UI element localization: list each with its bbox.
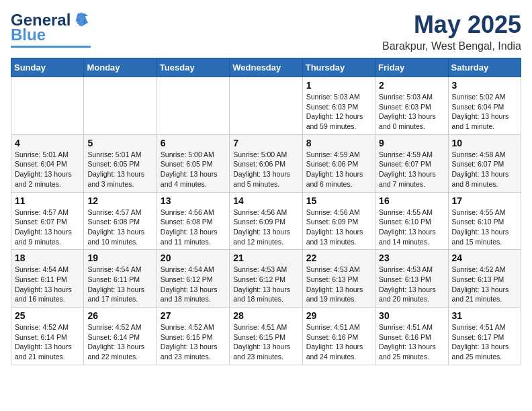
- header-sunday: Sunday: [11, 58, 84, 77]
- day-info: Sunrise: 5:03 AMSunset: 6:03 PMDaylight:…: [379, 92, 444, 132]
- logo-underline: [11, 46, 91, 48]
- day-number: 29: [306, 310, 371, 321]
- header-saturday: Saturday: [448, 58, 521, 77]
- month-title: May 2025: [382, 11, 521, 39]
- day-info: Sunrise: 4:52 AMSunset: 6:14 PMDaylight:…: [15, 322, 80, 362]
- calendar-cell: 27Sunrise: 4:52 AMSunset: 6:15 PMDayligh…: [157, 308, 229, 365]
- day-number: 4: [15, 138, 80, 148]
- calendar-cell: 20Sunrise: 4:54 AMSunset: 6:12 PMDayligh…: [157, 250, 229, 308]
- calendar-cell: 5Sunrise: 5:01 AMSunset: 6:05 PMDaylight…: [84, 134, 157, 192]
- day-info: Sunrise: 5:00 AMSunset: 6:05 PMDaylight:…: [161, 150, 226, 189]
- calendar-week-2: 4Sunrise: 5:01 AMSunset: 6:04 PMDaylight…: [11, 134, 521, 192]
- calendar-cell: 6Sunrise: 5:00 AMSunset: 6:05 PMDaylight…: [157, 134, 229, 192]
- day-info: Sunrise: 5:02 AMSunset: 6:04 PMDaylight:…: [452, 92, 517, 132]
- day-number: 24: [452, 253, 517, 263]
- calendar-cell: 7Sunrise: 5:00 AMSunset: 6:06 PMDaylight…: [230, 134, 302, 192]
- calendar-cell: 29Sunrise: 4:51 AMSunset: 6:16 PMDayligh…: [302, 308, 375, 365]
- day-info: Sunrise: 4:51 AMSunset: 6:15 PMDaylight:…: [233, 322, 298, 362]
- day-info: Sunrise: 4:59 AMSunset: 6:06 PMDaylight:…: [306, 150, 371, 189]
- day-number: 5: [87, 138, 152, 148]
- day-number: 23: [379, 253, 444, 263]
- calendar-week-4: 18Sunrise: 4:54 AMSunset: 6:11 PMDayligh…: [11, 250, 521, 308]
- calendar-cell: 12Sunrise: 4:57 AMSunset: 6:08 PMDayligh…: [84, 192, 157, 250]
- day-number: 11: [15, 195, 80, 206]
- day-number: 10: [452, 138, 517, 148]
- day-number: 17: [452, 195, 517, 206]
- header-friday: Friday: [375, 58, 448, 77]
- day-number: 19: [87, 253, 152, 263]
- day-info: Sunrise: 4:57 AMSunset: 6:08 PMDaylight:…: [87, 208, 152, 247]
- day-info: Sunrise: 5:01 AMSunset: 6:05 PMDaylight:…: [87, 150, 152, 189]
- logo-blue: Blue: [11, 26, 46, 44]
- calendar-cell: 23Sunrise: 4:53 AMSunset: 6:13 PMDayligh…: [375, 250, 448, 308]
- calendar-cell: 26Sunrise: 4:52 AMSunset: 6:14 PMDayligh…: [84, 308, 157, 365]
- calendar-cell: 16Sunrise: 4:55 AMSunset: 6:10 PMDayligh…: [375, 192, 448, 250]
- day-number: 16: [379, 195, 444, 206]
- day-number: 30: [379, 310, 444, 321]
- day-info: Sunrise: 4:55 AMSunset: 6:10 PMDaylight:…: [452, 208, 517, 247]
- day-info: Sunrise: 4:53 AMSunset: 6:13 PMDaylight:…: [306, 265, 371, 304]
- logo-icon: [72, 9, 91, 28]
- calendar-cell: 13Sunrise: 4:56 AMSunset: 6:08 PMDayligh…: [157, 192, 229, 250]
- calendar-cell: 17Sunrise: 4:55 AMSunset: 6:10 PMDayligh…: [448, 192, 521, 250]
- day-info: Sunrise: 5:00 AMSunset: 6:06 PMDaylight:…: [233, 150, 298, 189]
- calendar-table: Sunday Monday Tuesday Wednesday Thursday…: [11, 58, 521, 365]
- day-info: Sunrise: 4:53 AMSunset: 6:12 PMDaylight:…: [233, 265, 298, 304]
- calendar-cell: 31Sunrise: 4:51 AMSunset: 6:17 PMDayligh…: [448, 308, 521, 365]
- day-number: 22: [306, 253, 371, 263]
- day-number: 27: [161, 310, 226, 321]
- page-header: General Blue May 2025 Barakpur, West Ben…: [11, 11, 521, 52]
- day-number: 15: [306, 195, 371, 206]
- day-info: Sunrise: 4:56 AMSunset: 6:09 PMDaylight:…: [306, 208, 371, 247]
- day-info: Sunrise: 5:01 AMSunset: 6:04 PMDaylight:…: [15, 150, 80, 189]
- calendar-cell: 1Sunrise: 5:03 AMSunset: 6:03 PMDaylight…: [302, 77, 375, 135]
- calendar-week-5: 25Sunrise: 4:52 AMSunset: 6:14 PMDayligh…: [11, 308, 521, 365]
- calendar-cell: 14Sunrise: 4:56 AMSunset: 6:09 PMDayligh…: [230, 192, 302, 250]
- day-info: Sunrise: 5:03 AMSunset: 6:03 PMDaylight:…: [306, 92, 371, 132]
- day-number: 2: [379, 80, 444, 91]
- calendar-cell: 9Sunrise: 4:59 AMSunset: 6:07 PMDaylight…: [375, 134, 448, 192]
- day-number: 25: [15, 310, 80, 321]
- day-number: 7: [233, 138, 298, 148]
- day-info: Sunrise: 4:57 AMSunset: 6:07 PMDaylight:…: [15, 208, 80, 247]
- day-info: Sunrise: 4:54 AMSunset: 6:11 PMDaylight:…: [87, 265, 152, 304]
- day-info: Sunrise: 4:51 AMSunset: 6:16 PMDaylight:…: [379, 322, 444, 362]
- title-area: May 2025 Barakpur, West Bengal, India: [382, 11, 521, 52]
- location: Barakpur, West Bengal, India: [382, 40, 521, 52]
- calendar-cell: [230, 77, 302, 135]
- calendar-cell: 25Sunrise: 4:52 AMSunset: 6:14 PMDayligh…: [11, 308, 84, 365]
- day-info: Sunrise: 4:54 AMSunset: 6:11 PMDaylight:…: [15, 265, 80, 304]
- calendar-header-row: Sunday Monday Tuesday Wednesday Thursday…: [11, 58, 521, 77]
- calendar-cell: 10Sunrise: 4:58 AMSunset: 6:07 PMDayligh…: [448, 134, 521, 192]
- calendar-cell: [157, 77, 229, 135]
- day-info: Sunrise: 4:52 AMSunset: 6:15 PMDaylight:…: [161, 322, 226, 362]
- day-info: Sunrise: 4:52 AMSunset: 6:13 PMDaylight:…: [452, 265, 517, 304]
- day-number: 13: [161, 195, 226, 206]
- day-number: 26: [87, 310, 152, 321]
- calendar-cell: [11, 77, 84, 135]
- header-monday: Monday: [84, 58, 157, 77]
- day-number: 6: [161, 138, 226, 148]
- header-tuesday: Tuesday: [157, 58, 229, 77]
- day-info: Sunrise: 4:53 AMSunset: 6:13 PMDaylight:…: [379, 265, 444, 304]
- day-info: Sunrise: 4:55 AMSunset: 6:10 PMDaylight:…: [379, 208, 444, 247]
- calendar-cell: 2Sunrise: 5:03 AMSunset: 6:03 PMDaylight…: [375, 77, 448, 135]
- calendar-cell: 19Sunrise: 4:54 AMSunset: 6:11 PMDayligh…: [84, 250, 157, 308]
- day-info: Sunrise: 4:58 AMSunset: 6:07 PMDaylight:…: [452, 150, 517, 189]
- calendar-cell: 24Sunrise: 4:52 AMSunset: 6:13 PMDayligh…: [448, 250, 521, 308]
- calendar-cell: 30Sunrise: 4:51 AMSunset: 6:16 PMDayligh…: [375, 308, 448, 365]
- day-info: Sunrise: 4:51 AMSunset: 6:17 PMDaylight:…: [452, 322, 517, 362]
- day-info: Sunrise: 4:51 AMSunset: 6:16 PMDaylight:…: [306, 322, 371, 362]
- day-info: Sunrise: 4:56 AMSunset: 6:08 PMDaylight:…: [161, 208, 226, 247]
- calendar-cell: 3Sunrise: 5:02 AMSunset: 6:04 PMDaylight…: [448, 77, 521, 135]
- day-number: 14: [233, 195, 298, 206]
- day-number: 18: [15, 253, 80, 263]
- day-info: Sunrise: 4:59 AMSunset: 6:07 PMDaylight:…: [379, 150, 444, 189]
- calendar-cell: 4Sunrise: 5:01 AMSunset: 6:04 PMDaylight…: [11, 134, 84, 192]
- calendar-cell: 8Sunrise: 4:59 AMSunset: 6:06 PMDaylight…: [302, 134, 375, 192]
- calendar-week-3: 11Sunrise: 4:57 AMSunset: 6:07 PMDayligh…: [11, 192, 521, 250]
- day-info: Sunrise: 4:56 AMSunset: 6:09 PMDaylight:…: [233, 208, 298, 247]
- calendar-cell: 28Sunrise: 4:51 AMSunset: 6:15 PMDayligh…: [230, 308, 302, 365]
- day-number: 8: [306, 138, 371, 148]
- day-number: 3: [452, 80, 517, 91]
